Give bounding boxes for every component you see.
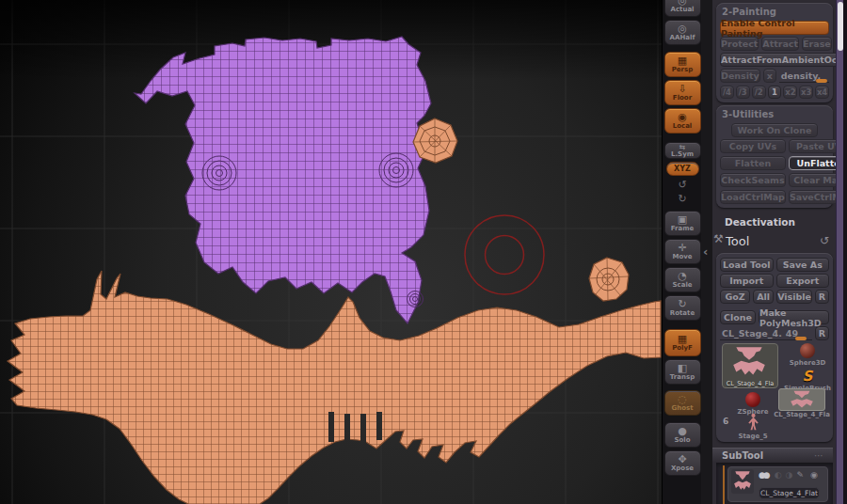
zbrush-app: ◎ Actual ◎ AAHalf ▦ Persp ⇩ Floor ◉ Loca… — [0, 0, 847, 504]
utility-button[interactable]: Flatten — [720, 156, 786, 170]
pick-tool-icon: ⚒ — [713, 232, 724, 245]
shelf-button-label: L.Sym — [671, 150, 694, 158]
shelf-button[interactable]: ◎ AAHalf — [664, 20, 701, 45]
shelf-button[interactable]: ↻ Rotate — [664, 295, 701, 321]
subtool-item-icons: ●● ◐ ◑ ✎ ◉ — [759, 470, 822, 480]
shelf-button[interactable]: ↻ — [673, 193, 692, 204]
subtool-icon[interactable]: ●● — [759, 470, 768, 480]
visible-button[interactable]: Visible — [776, 290, 812, 304]
stage5-label: Stage_5 — [738, 433, 767, 440]
collapse-panel-chevron-icon[interactable]: ‹ — [703, 244, 708, 259]
shelf-button-label: Ghost — [671, 404, 693, 412]
attract-from-ao-button[interactable]: AttractFromAmbientOccl — [720, 53, 846, 67]
shelf-button[interactable]: ▦ Persp — [664, 52, 701, 77]
shelf-button[interactable]: ✛ Move — [664, 239, 701, 264]
shelf-button[interactable]: ◌ Ghost — [664, 390, 701, 416]
shelf-button[interactable]: ◎ Actual — [664, 0, 701, 17]
subtool-menu-dots-icon[interactable]: ⋯ — [814, 450, 823, 461]
window-edge — [843, 0, 847, 504]
shelf-button-label: Floor — [673, 94, 692, 102]
goz-button[interactable]: GoZ — [720, 290, 750, 304]
import-button[interactable]: Import — [720, 274, 774, 288]
shelf-button[interactable]: ⇩ Floor — [664, 80, 701, 105]
shelf-button[interactable]: ◉ Local — [664, 108, 701, 134]
reload-icon[interactable]: ↺ — [820, 234, 829, 247]
shelf-button[interactable]: ✥ Xpose — [664, 450, 701, 476]
viewport-canvas[interactable] — [0, 0, 662, 504]
sphere3d-label: Sphere3D — [790, 359, 826, 367]
tool-palette-header[interactable]: ⚒ Tool ↺ — [712, 231, 833, 250]
paint-mode-button[interactable]: Erase — [802, 37, 832, 51]
shelf-button[interactable]: ◧ Transp — [664, 359, 701, 385]
tool-item-slider[interactable]: CL_Stage_4. 49 — [720, 326, 812, 340]
shelf-button-label: Actual — [670, 6, 694, 13]
zsphere-icon — [745, 392, 760, 407]
shelf-button-icon: ▦ — [678, 55, 687, 66]
utility-button[interactable]: LoadCtrlMap — [720, 190, 786, 204]
subtool-item-active[interactable]: ●● ◐ ◑ ✎ ◉ CL_Stage_4_Flat — [727, 466, 828, 502]
shelf-button[interactable]: ▣ Frame — [664, 211, 701, 236]
utility-button[interactable]: CheckSeams — [720, 173, 786, 187]
save-as-button[interactable]: Save As — [776, 258, 830, 272]
shelf-button[interactable]: ↺ — [673, 179, 692, 190]
stage5-figure-icon — [746, 413, 760, 432]
shelf-button-icon: ✥ — [678, 454, 686, 465]
shelf-button[interactable]: XYZ — [666, 162, 699, 176]
density-step-button[interactable]: x2 — [783, 86, 797, 99]
active-tool-preview — [723, 344, 775, 384]
enable-control-painting-button[interactable]: Enable Control Painting — [720, 21, 829, 35]
density-step-button[interactable]: x4 — [815, 86, 829, 99]
density-step-button[interactable]: 1 — [768, 86, 782, 99]
work-on-clone-button[interactable]: Work On Clone — [731, 123, 818, 137]
subtool-icon[interactable]: ◐ — [775, 470, 779, 480]
density-slider-text: density. — [781, 71, 821, 81]
paint-mode-button[interactable]: Protect — [720, 37, 759, 51]
shelf-button[interactable]: ⇆ L.Sym — [664, 142, 701, 159]
shelf-button-icon: ◧ — [678, 363, 687, 373]
shelf-button-icon: ▦ — [678, 334, 687, 344]
utility-button[interactable]: Copy UVs — [720, 139, 786, 153]
shelf-button[interactable]: ● Solo — [664, 422, 701, 448]
subtool-list: ●● ◐ ◑ ✎ ◉ CL_Stage_4_Flat Unused 1 — [716, 463, 833, 504]
shelf-button[interactable]: ◔ Scale — [664, 267, 701, 292]
density-slider-handle[interactable] — [816, 79, 827, 83]
clone-button[interactable]: Clone — [720, 310, 756, 324]
load-tool-button[interactable]: Load Tool — [720, 258, 774, 272]
subtool-icon[interactable]: ◉ — [810, 470, 818, 480]
tool-panel: 2-Painting Enable Control Painting Prote… — [712, 0, 847, 504]
subtool-icon[interactable]: ◑ — [786, 470, 791, 480]
shelf-button[interactable]: ▦ PolyF — [664, 329, 701, 356]
shelf-button-label: Move — [672, 253, 692, 260]
subtool-header[interactable]: SubTool ⋯ — [712, 448, 833, 463]
shelf-button-icon: ◌ — [678, 394, 687, 404]
export-button[interactable]: Export — [776, 274, 830, 288]
paint-mode-button[interactable]: Attract — [761, 37, 799, 51]
density-step-button[interactable]: /3 — [736, 86, 750, 99]
shelf-button-label: PolyF — [672, 344, 693, 352]
density-label: Density — [720, 69, 760, 83]
tool-item-sphere3d[interactable]: Sphere3D — [782, 343, 833, 367]
tool-item-stage5[interactable]: Stage_5 — [731, 413, 775, 440]
all-button[interactable]: All — [753, 290, 774, 304]
shelf-button-icon: ◔ — [678, 271, 687, 281]
sphere3d-icon — [800, 343, 815, 358]
density-step-button[interactable]: /2 — [752, 86, 766, 99]
shelf-button-icon: ◎ — [678, 24, 687, 34]
subtool-icon[interactable]: ✎ — [796, 470, 804, 480]
density-slider[interactable]: density. — [779, 69, 829, 83]
density-step-button[interactable]: x3 — [799, 86, 813, 99]
shelf-button-label: Transp — [670, 373, 695, 381]
make-polymesh3d-button[interactable]: Make PolyMesh3D — [759, 310, 829, 324]
subtool-scroll-indicator — [723, 465, 725, 504]
slider-r-button[interactable]: R — [815, 326, 829, 340]
active-tool-thumbnail[interactable]: CL_Stage_4_Fla — [722, 343, 778, 388]
shelf-button-icon: ⇩ — [678, 84, 686, 94]
r-button[interactable]: R — [815, 290, 829, 304]
shelf-button-label: XYZ — [674, 165, 691, 173]
subtool-title: SubTool — [722, 450, 763, 461]
density-step-button[interactable]: /4 — [720, 86, 734, 99]
tool-item-selected[interactable]: CL_Stage_4_Fla — [778, 388, 825, 418]
density-multiplier-button[interactable]: x — [763, 69, 776, 83]
tool-item-slider-handle[interactable] — [795, 337, 807, 340]
subtool-item-label: CL_Stage_4_Flat — [759, 487, 820, 499]
